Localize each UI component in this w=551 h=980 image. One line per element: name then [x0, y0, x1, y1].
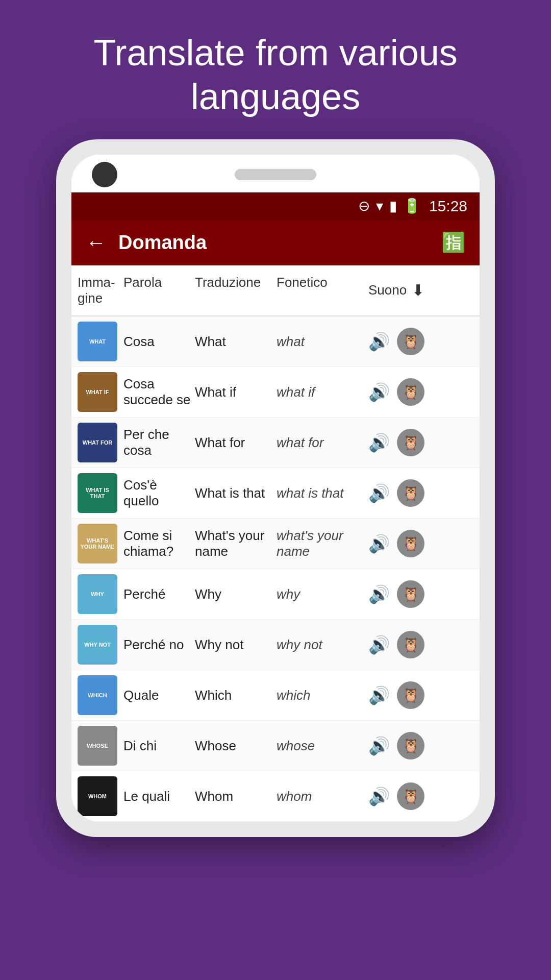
table-row: WHATCosaWhatwhat🔊🦉: [71, 316, 480, 367]
table-row: WHAT IFCosa succede seWhat ifwhat if🔊🦉: [71, 367, 480, 418]
page-title: Translate from various languages: [0, 0, 551, 139]
row-fonetico-whom: whom: [277, 789, 368, 804]
row-parola-whatsyourname: Come si chiama?: [123, 528, 195, 559]
table-row: WHY NOTPerché noWhy notwhy not🔊🦉: [71, 620, 480, 670]
play-sound-whatfor[interactable]: 🔊: [368, 432, 390, 453]
download-all-icon[interactable]: ⬇: [412, 281, 424, 300]
owl-icon-whynot: 🦉: [402, 636, 420, 653]
owl-button-which[interactable]: 🦉: [397, 681, 424, 709]
row-suono-why: 🔊🦉: [368, 580, 473, 608]
row-image-what[interactable]: WHAT: [78, 322, 117, 361]
row-parola-whatisthat: Cos'è quello: [123, 477, 195, 509]
signal-icon: ▮: [389, 198, 397, 214]
owl-button-whatif[interactable]: 🦉: [397, 378, 424, 406]
phone-mockup: ⊖ ▾ ▮ 🔋 15:28 ← Domanda 🈯 Imma-gine Paro…: [56, 139, 495, 837]
col-suono: Suono ⬇: [368, 275, 473, 306]
owl-button-whatsyourname[interactable]: 🦉: [397, 530, 424, 557]
row-image-whatfor[interactable]: WHAT FOR: [78, 423, 117, 462]
table-row: WHAT'S YOUR NAMECome si chiama?What's yo…: [71, 519, 480, 569]
owl-button-whom[interactable]: 🦉: [397, 782, 424, 810]
play-sound-whynot[interactable]: 🔊: [368, 634, 390, 655]
play-sound-whom[interactable]: 🔊: [368, 786, 390, 806]
row-traduzione-whatisthat: What is that: [195, 485, 277, 501]
row-traduzione-whatsyourname: What's your name: [195, 528, 277, 559]
row-suono-whose: 🔊🦉: [368, 732, 473, 760]
owl-icon-why: 🦉: [402, 586, 420, 603]
wifi-icon: ▾: [376, 198, 383, 214]
col-immagine: Imma-gine: [78, 275, 123, 306]
row-traduzione-whynot: Why not: [195, 637, 277, 653]
play-sound-what[interactable]: 🔊: [368, 331, 390, 352]
row-fonetico-why: why: [277, 586, 368, 602]
app-bar-title: Domanda: [118, 232, 429, 254]
row-image-whatsyourname[interactable]: WHAT'S YOUR NAME: [78, 524, 117, 564]
row-traduzione-why: Why: [195, 586, 277, 602]
row-image-whose[interactable]: WHOSE: [78, 726, 117, 766]
play-sound-whatisthat[interactable]: 🔊: [368, 483, 390, 503]
owl-icon-whatisthat: 🦉: [402, 485, 420, 502]
battery-icon: 🔋: [403, 198, 421, 214]
phone-top-bar: [71, 155, 480, 192]
row-image-whynot[interactable]: WHY NOT: [78, 625, 117, 665]
row-parola-why: Perché: [123, 586, 195, 602]
play-sound-whatsyourname[interactable]: 🔊: [368, 533, 390, 554]
play-sound-whose[interactable]: 🔊: [368, 736, 390, 756]
status-time: 15:28: [429, 198, 467, 215]
row-fonetico-whatif: what if: [277, 384, 368, 400]
table-row: WHOMLe qualiWhomwhom🔊🦉: [71, 771, 480, 822]
row-traduzione-what: What: [195, 334, 277, 350]
play-sound-which[interactable]: 🔊: [368, 685, 390, 705]
table-row: WHICHQualeWhichwhich🔊🦉: [71, 670, 480, 721]
row-image-why[interactable]: WHY: [78, 574, 117, 614]
table-body: WHATCosaWhatwhat🔊🦉WHAT IFCosa succede se…: [71, 316, 480, 822]
row-parola-whynot: Perché no: [123, 637, 195, 653]
row-suono-whynot: 🔊🦉: [368, 631, 473, 658]
table-row: WHOSEDi chiWhosewhose🔊🦉: [71, 721, 480, 771]
status-icons: ⊖ ▾ ▮ 🔋: [358, 198, 421, 214]
row-parola-which: Quale: [123, 688, 195, 703]
row-traduzione-whom: Whom: [195, 789, 277, 804]
owl-button-why[interactable]: 🦉: [397, 580, 424, 608]
row-suono-what: 🔊🦉: [368, 328, 473, 355]
row-fonetico-what: what: [277, 334, 368, 350]
owl-icon-whatfor: 🦉: [402, 434, 420, 451]
owl-button-whynot[interactable]: 🦉: [397, 631, 424, 658]
vocabulary-table: Imma-gine Parola Traduzione Fonetico Suo…: [71, 265, 480, 822]
row-parola-whatif: Cosa succede se: [123, 376, 195, 408]
owl-button-what[interactable]: 🦉: [397, 328, 424, 355]
owl-button-whatisthat[interactable]: 🦉: [397, 479, 424, 507]
owl-icon-whose: 🦉: [402, 738, 420, 754]
col-fonetico: Fonetico: [277, 275, 368, 306]
row-fonetico-whatsyourname: what's your name: [277, 528, 368, 559]
row-parola-what: Cosa: [123, 334, 195, 350]
table-header: Imma-gine Parola Traduzione Fonetico Suo…: [71, 265, 480, 316]
row-image-whom[interactable]: WHOM: [78, 776, 117, 816]
back-button[interactable]: ←: [86, 231, 106, 254]
row-fonetico-whynot: why not: [277, 637, 368, 653]
table-row: WHAT IS THATCos'è quelloWhat is thatwhat…: [71, 468, 480, 519]
owl-button-whatfor[interactable]: 🦉: [397, 429, 424, 456]
phone-speaker: [235, 169, 316, 180]
row-traduzione-whose: Whose: [195, 738, 277, 754]
owl-icon-whatif: 🦉: [402, 384, 420, 401]
row-traduzione-whatif: What if: [195, 384, 277, 400]
phone-screen: ⊖ ▾ ▮ 🔋 15:28 ← Domanda 🈯 Imma-gine Paro…: [71, 155, 480, 822]
owl-icon-what: 🦉: [402, 333, 420, 350]
table-row: WHYPerchéWhywhy🔊🦉: [71, 569, 480, 620]
translate-icon[interactable]: 🈯: [441, 231, 465, 254]
row-fonetico-whose: whose: [277, 738, 368, 754]
row-traduzione-whatfor: What for: [195, 435, 277, 451]
row-image-which[interactable]: WHICH: [78, 675, 117, 715]
row-suono-whatisthat: 🔊🦉: [368, 479, 473, 507]
play-sound-whatif[interactable]: 🔊: [368, 382, 390, 402]
col-traduzione: Traduzione: [195, 275, 277, 306]
owl-icon-which: 🦉: [402, 687, 420, 704]
row-suono-which: 🔊🦉: [368, 681, 473, 709]
owl-icon-whom: 🦉: [402, 788, 420, 805]
row-parola-whatfor: Per che cosa: [123, 427, 195, 458]
row-image-whatisthat[interactable]: WHAT IS THAT: [78, 473, 117, 513]
col-parola: Parola: [123, 275, 195, 306]
row-image-whatif[interactable]: WHAT IF: [78, 372, 117, 412]
owl-button-whose[interactable]: 🦉: [397, 732, 424, 760]
play-sound-why[interactable]: 🔊: [368, 584, 390, 604]
